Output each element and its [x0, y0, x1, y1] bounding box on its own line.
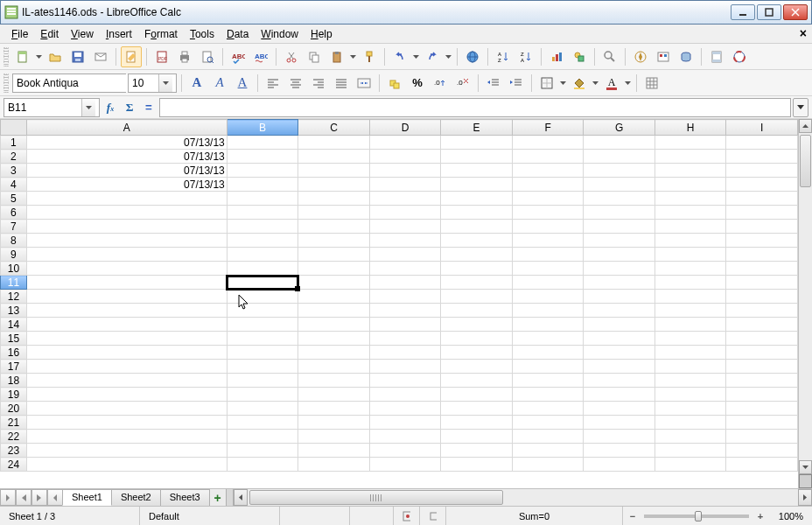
cell-D9[interactable]	[369, 248, 441, 262]
new-button[interactable]	[12, 46, 33, 67]
cell-F4[interactable]	[512, 178, 584, 192]
cell-I13[interactable]	[726, 304, 798, 318]
cell-G10[interactable]	[584, 262, 655, 276]
font-name-combo[interactable]	[12, 74, 126, 93]
cell-A16[interactable]	[26, 346, 227, 360]
column-header-H[interactable]: H	[654, 120, 726, 136]
cell-A18[interactable]	[26, 374, 227, 388]
scroll-down-button[interactable]	[799, 460, 812, 474]
cell-A1[interactable]: 07/13/13	[26, 136, 227, 150]
close-window-button[interactable]	[783, 4, 808, 20]
cell-D11[interactable]	[369, 276, 441, 290]
cell-G7[interactable]	[584, 220, 655, 234]
cell-C20[interactable]	[298, 402, 370, 416]
cell-D3[interactable]	[369, 164, 441, 178]
cell-A14[interactable]	[26, 318, 227, 332]
cell-A6[interactable]	[26, 206, 227, 220]
menu-help[interactable]: Help	[304, 26, 339, 42]
cell-F18[interactable]	[512, 374, 584, 388]
cell-C2[interactable]	[298, 150, 370, 164]
cell-C12[interactable]	[298, 290, 370, 304]
cell-B1[interactable]	[227, 136, 298, 150]
borders-button[interactable]	[536, 73, 557, 94]
cell-D1[interactable]	[369, 136, 441, 150]
cell-B22[interactable]	[227, 430, 298, 444]
sheet-tab-sheet2[interactable]: Sheet2	[111, 489, 161, 506]
cell-I16[interactable]	[726, 346, 798, 360]
cell-E15[interactable]	[441, 332, 513, 346]
cell-D14[interactable]	[369, 318, 441, 332]
cell-H2[interactable]	[654, 150, 726, 164]
row-header-13[interactable]: 13	[1, 304, 27, 318]
cell-G4[interactable]	[584, 178, 655, 192]
cell-D18[interactable]	[369, 374, 441, 388]
cut-button[interactable]	[281, 46, 302, 67]
new-dropdown[interactable]	[35, 55, 43, 59]
cell-A10[interactable]	[26, 262, 227, 276]
cell-F15[interactable]	[512, 332, 584, 346]
underline-button[interactable]: A	[232, 73, 253, 94]
cell-B11[interactable]	[227, 276, 298, 290]
cell-E19[interactable]	[441, 388, 513, 402]
font-color-dropdown[interactable]	[624, 81, 632, 85]
status-insert-mode[interactable]	[280, 507, 350, 525]
cell-H18[interactable]	[654, 374, 726, 388]
headers-footers-button[interactable]	[706, 46, 727, 67]
bold-button[interactable]: A	[186, 73, 207, 94]
menu-edit[interactable]: Edit	[34, 26, 65, 42]
font-size-dropdown[interactable]	[158, 74, 172, 92]
cell-G3[interactable]	[584, 164, 655, 178]
cell-H5[interactable]	[654, 192, 726, 206]
cell-I7[interactable]	[726, 220, 798, 234]
zoom-value[interactable]: 100%	[770, 507, 812, 525]
zoom-in-button[interactable]: +	[754, 511, 766, 522]
cell-G6[interactable]	[584, 206, 655, 220]
print-preview-button[interactable]	[197, 46, 218, 67]
cell-A8[interactable]	[26, 234, 227, 248]
cell-H12[interactable]	[654, 290, 726, 304]
cell-B24[interactable]	[227, 458, 298, 472]
cell-I11[interactable]	[726, 276, 798, 290]
cell-G16[interactable]	[584, 346, 655, 360]
paste-button[interactable]	[326, 46, 347, 67]
name-box-dropdown[interactable]	[81, 99, 95, 116]
cell-D20[interactable]	[369, 402, 441, 416]
cell-F2[interactable]	[512, 150, 584, 164]
cell-C9[interactable]	[298, 248, 370, 262]
row-header-12[interactable]: 12	[1, 290, 27, 304]
cell-I3[interactable]	[726, 164, 798, 178]
save-button[interactable]	[67, 46, 88, 67]
percent-button[interactable]: %	[407, 73, 428, 94]
cell-D7[interactable]	[369, 220, 441, 234]
formula-input[interactable]	[159, 98, 791, 117]
cell-I18[interactable]	[726, 374, 798, 388]
zoom-out-button[interactable]: −	[626, 511, 639, 522]
copy-button[interactable]	[304, 46, 325, 67]
row-header-11[interactable]: 11	[1, 276, 27, 290]
cell-A4[interactable]: 07/13/13	[26, 178, 227, 192]
font-size-combo[interactable]	[128, 74, 177, 93]
row-header-24[interactable]: 24	[1, 458, 27, 472]
menu-view[interactable]: View	[65, 26, 100, 42]
cell-G9[interactable]	[584, 248, 655, 262]
cell-A20[interactable]	[26, 402, 227, 416]
cell-C23[interactable]	[298, 444, 370, 458]
row-header-20[interactable]: 20	[1, 402, 27, 416]
cell-G15[interactable]	[584, 332, 655, 346]
cell-E14[interactable]	[441, 318, 513, 332]
align-center-button[interactable]	[285, 73, 306, 94]
cell-A17[interactable]	[26, 360, 227, 374]
cell-B13[interactable]	[227, 304, 298, 318]
cell-I14[interactable]	[726, 318, 798, 332]
cell-I15[interactable]	[726, 332, 798, 346]
status-selection-mode[interactable]	[350, 507, 394, 525]
name-box[interactable]	[4, 98, 100, 117]
zoom-handle[interactable]	[695, 511, 702, 522]
cell-G24[interactable]	[584, 458, 655, 472]
cell-H19[interactable]	[654, 388, 726, 402]
cell-G18[interactable]	[584, 374, 655, 388]
align-justify-button[interactable]	[331, 73, 352, 94]
cell-D23[interactable]	[369, 444, 441, 458]
tab-last-button[interactable]	[47, 489, 63, 506]
email-button[interactable]	[90, 46, 111, 67]
